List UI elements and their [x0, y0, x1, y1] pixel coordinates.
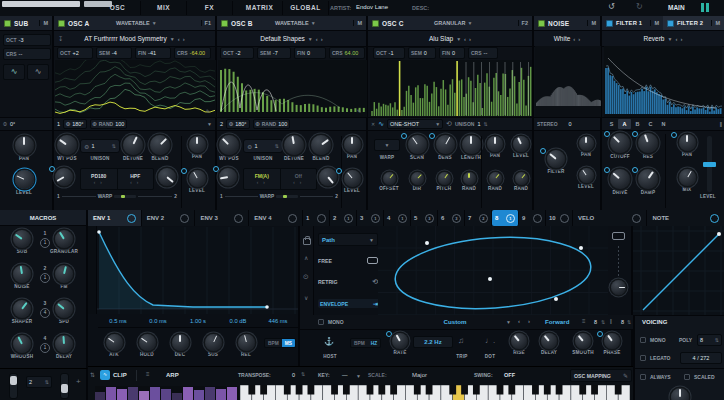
env1-curve-display[interactable] [97, 227, 298, 314]
anchor-icon[interactable]: ⚓ [324, 337, 334, 346]
lfo-tab-6[interactable]: 63 [438, 210, 465, 226]
osc-b-sem-field[interactable]: SEM-7 [257, 47, 291, 59]
lfo-phase-knob[interactable]: PHASE [599, 333, 625, 355]
filter1-mute-button[interactable]: M [650, 20, 659, 26]
stepper-icon[interactable]: ⇅ [627, 319, 631, 325]
clip-icon[interactable]: ∿ [100, 370, 110, 380]
chevron-down-icon[interactable]: ▼ [506, 319, 511, 325]
prev-shape-icon[interactable]: ‹ [518, 318, 520, 324]
main-label[interactable]: MAIN [668, 4, 685, 11]
sub-wave-button[interactable]: ∿ [27, 64, 49, 80]
next-preset-icon[interactable]: › [680, 36, 682, 42]
macro-knob-whoosh[interactable]: WHOOSH [11, 335, 33, 359]
lfo-tab-10[interactable]: 10 [546, 210, 573, 226]
clip-label[interactable]: CLIP [113, 372, 127, 378]
osc-c-pan-knob[interactable]: PAN [481, 136, 509, 158]
osc-b-warp2-dropdown[interactable]: Off‹ › [281, 169, 317, 189]
stepper-icon[interactable]: ⇅ [90, 371, 95, 378]
osc-c-enable-toggle[interactable] [372, 20, 379, 27]
next-preset-icon[interactable]: › [183, 36, 185, 42]
tab-env-2[interactable]: ENV 2 [142, 210, 196, 226]
osc-a-warp1-dropdown[interactable]: PD180‹ › [81, 169, 118, 189]
clip-pattern-strip[interactable] [95, 386, 239, 400]
lfo-tab-4[interactable]: 41 [384, 210, 411, 226]
env-sus-knob[interactable]: SUS [199, 334, 227, 357]
lfo-rate-knob[interactable]: RATE [388, 333, 412, 355]
osc-b-type-dropdown[interactable]: WAVETABLE [275, 20, 309, 26]
chevron-down-icon[interactable]: ▼ [456, 36, 461, 42]
osc-mapping-button[interactable]: OSC MAPPING✎ [570, 369, 632, 382]
macro-slider[interactable] [60, 373, 69, 399]
macro-knob-delay[interactable]: DELAY [55, 335, 73, 359]
swing-value[interactable]: OFF [504, 372, 515, 378]
osc-b-fin-field[interactable]: FIN0 [294, 47, 326, 59]
chevron-down-icon[interactable]: ▼ [668, 36, 673, 42]
edit-pencil-icon[interactable]: ✎ [357, 108, 361, 114]
filter-cutoff-knob[interactable]: CUTOFF [606, 133, 634, 159]
pause-icon[interactable] [701, 3, 704, 12]
sub-oct-field[interactable]: OCT-3 [3, 34, 51, 46]
osc-a-level-knob[interactable]: LEVEL [183, 170, 211, 193]
clip-cell[interactable] [172, 393, 182, 400]
scale-value[interactable]: Major [412, 372, 427, 378]
lfo-bpm-hz-toggle[interactable]: BPMHZ [350, 338, 381, 348]
osc-c-fin-field[interactable]: FIN0 [439, 47, 465, 59]
osc-a-wavetable-display[interactable] [55, 60, 216, 117]
loop-icon[interactable]: ⟲ [446, 120, 452, 128]
stepper-icon[interactable]: ⇅ [301, 371, 305, 377]
voicing-knob[interactable] [667, 388, 693, 400]
lfo-cols-value[interactable]: 8 [621, 319, 624, 325]
osc-a-warp2-knob[interactable] [154, 168, 180, 186]
osc-a-unison-stepper[interactable]: ⚙1⇅ [80, 139, 120, 153]
clip-cell[interactable] [95, 392, 105, 400]
filter-level-slider-handle[interactable] [703, 162, 716, 167]
noise-pan-knob[interactable]: PAN [572, 136, 600, 157]
osc-a-blend-knob[interactable]: BLEND [146, 135, 174, 161]
filter-mix-knob[interactable]: MIX [673, 169, 701, 192]
filter2-enable-toggle[interactable] [667, 20, 674, 27]
osc-c-oct-field[interactable]: OCT-1 [373, 47, 405, 59]
chevron-down-icon[interactable]: ▼ [170, 36, 175, 42]
artist-value[interactable]: Endov Lane [356, 4, 388, 10]
osc-c-preset-name[interactable]: Alu Slap [429, 35, 453, 42]
osc-b-unison-stepper[interactable]: ⚙1⇅ [243, 139, 283, 153]
lfo-shape-dropdown[interactable]: Custom [415, 318, 495, 325]
filter-damp-knob[interactable]: DAMP [634, 169, 662, 195]
osc-a-crs-field[interactable]: CRS-64.00 [174, 47, 211, 59]
env-dec-knob[interactable]: DEC [166, 334, 194, 357]
macro-page-stepper[interactable]: 2⇅ [26, 376, 52, 388]
osc-c-pan-rand-knob[interactable]: RAND [482, 172, 508, 191]
filter-preset-name[interactable]: Reverb [644, 35, 665, 42]
scroll-down-icon[interactable]: ∨ [304, 294, 308, 301]
clip-cell[interactable] [194, 390, 204, 400]
tab-filter-2[interactable]: FILTER 2 [677, 20, 703, 26]
macro-knob-fm[interactable]: FM [55, 265, 73, 289]
tab-mix[interactable]: MIX [141, 1, 187, 15]
tab-velo[interactable]: VELO [573, 210, 648, 226]
lfo-tab-9[interactable]: 9 [519, 210, 546, 226]
osc-a-warp2-dropdown[interactable]: HPF‹ › [118, 169, 154, 189]
clip-cell[interactable] [227, 387, 237, 400]
note-curve-display[interactable] [633, 226, 724, 315]
noise-mute-button[interactable]: M [587, 20, 596, 26]
osc-a-oct-field[interactable]: OCT+2 [57, 47, 93, 59]
macro-knob-granular[interactable]: GRANULAR [50, 230, 78, 254]
import-icon[interactable]: ↧ [58, 35, 63, 42]
sub-crs-field[interactable]: CRS-- [3, 48, 51, 60]
next-preset-icon[interactable]: › [321, 36, 323, 42]
filter-spectrum-display[interactable] [604, 46, 722, 117]
sub-level-knob[interactable]: LEVEL [9, 170, 39, 195]
gear-icon[interactable]: ⚙ [247, 143, 252, 150]
macro-knob-shaper[interactable]: SHAPER [12, 300, 32, 324]
osc-b-rand-field[interactable]: ΦRAND100 [253, 119, 291, 129]
noise-enable-toggle[interactable] [538, 20, 545, 27]
osc-a-wtpos-knob[interactable]: WT POS [53, 135, 81, 161]
series-routing-icon[interactable]: ||| [720, 121, 721, 127]
env-atk-value[interactable]: 0.5 ms [98, 315, 138, 327]
tab-env-3[interactable]: ENV 3 [195, 210, 249, 226]
lfo-path-display[interactable] [378, 226, 608, 315]
lfo-delay-knob[interactable]: DELAY [536, 333, 562, 355]
osc-c-sem-field[interactable]: SEM0 [408, 47, 436, 59]
filter1-enable-toggle[interactable] [606, 20, 613, 27]
osc-b-enable-toggle[interactable] [221, 20, 228, 27]
